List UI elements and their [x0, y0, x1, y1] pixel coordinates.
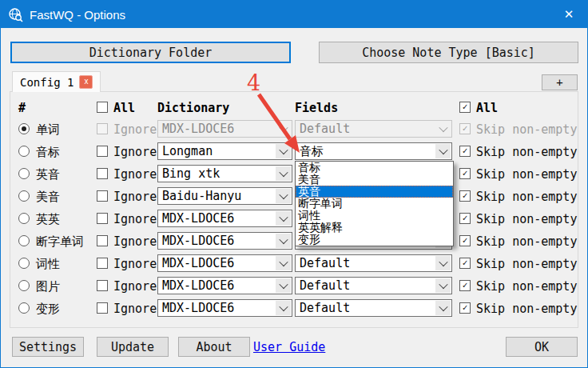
skip-checkbox[interactable]: ✓	[459, 235, 471, 246]
settings-button[interactable]: Settings	[12, 337, 84, 357]
dropdown-item-highlighted[interactable]: 英音	[296, 186, 453, 198]
dictionary-value: MDX-LDOCE6	[162, 234, 234, 248]
dictionary-select[interactable]: Baidu-Hanyu	[157, 187, 292, 205]
skip-label: Skip non-empty	[476, 234, 577, 249]
dictionary-value: Longman	[162, 144, 213, 158]
ignore-checkbox[interactable]	[97, 190, 108, 202]
tab-close-icon[interactable]: x	[79, 75, 93, 89]
dictionary-select[interactable]: MDX-LDOCE6	[157, 210, 292, 227]
field-value: Default	[300, 256, 350, 270]
row-label: 美音	[36, 190, 60, 205]
chevron-down-icon	[276, 234, 291, 248]
dictionary-select[interactable]: MDX-LDOCE6	[157, 254, 292, 272]
dictionary-select[interactable]: MDX-LDOCE6	[157, 277, 292, 294]
field-dropdown-list: 音标 美音 英音 断字单词 词性 英英解释 变形	[295, 161, 454, 246]
skip-checkbox[interactable]: ✓	[459, 302, 471, 314]
skip-checkbox[interactable]: ✓	[459, 168, 471, 179]
ignore-label: Ignore	[113, 234, 157, 249]
row-radio-image[interactable]	[18, 280, 30, 291]
update-button[interactable]: Update	[97, 337, 169, 357]
dictionary-value: MDX-LDOCE6	[162, 256, 234, 270]
row-radio-us-sound[interactable]	[18, 190, 30, 202]
row-label: 断字单词	[36, 234, 84, 250]
skip-checkbox[interactable]: ✓	[459, 190, 471, 202]
chevron-down-icon	[435, 278, 451, 293]
tab-config-1[interactable]: Config 1 x	[12, 71, 101, 92]
about-button[interactable]: About	[178, 337, 250, 357]
window-title: FastWQ - Options	[30, 8, 125, 22]
chevron-down-icon	[435, 122, 451, 136]
field-select[interactable]: Default	[295, 277, 452, 294]
title-bar: FastWQ - Options ✕	[1, 1, 587, 28]
skip-checkbox[interactable]: ✓	[459, 213, 471, 224]
skip-checkbox[interactable]: ✓	[459, 146, 471, 157]
row-label: 变形	[36, 302, 60, 317]
dictionary-select[interactable]: Longman	[157, 142, 292, 160]
row-radio-en-en[interactable]	[18, 213, 30, 224]
dictionary-value: MDX-LDOCE6	[162, 211, 234, 226]
dropdown-item[interactable]: 音标	[296, 162, 453, 174]
dictionary-value: Bing xtk	[162, 166, 220, 181]
skip-label: Skip non-empty	[476, 145, 577, 159]
dictionary-select[interactable]: Bing xtk	[157, 165, 292, 182]
field-select[interactable]: Default	[295, 299, 452, 317]
row-radio-word[interactable]	[18, 123, 30, 134]
dictionary-value: MDX-LDOCE6	[162, 278, 234, 293]
field-select-open[interactable]: 音标	[295, 142, 452, 160]
dropdown-item[interactable]: 词性	[296, 210, 453, 222]
chevron-down-icon	[276, 189, 291, 203]
skip-checkbox[interactable]: ✓	[459, 258, 471, 269]
field-value: Default	[300, 301, 350, 315]
add-config-tab-button[interactable]: +	[542, 74, 578, 90]
chevron-down-icon	[435, 256, 451, 270]
row-radio-inflection[interactable]	[18, 302, 30, 314]
ignore-label: Ignore	[113, 190, 157, 204]
column-header-all-right: All	[476, 101, 498, 115]
ignore-checkbox[interactable]	[97, 213, 108, 224]
field-value: Default	[300, 122, 350, 136]
skip-label: Skip non-empty	[476, 122, 577, 137]
skip-label: Skip non-empty	[476, 302, 577, 316]
row-label: 音标	[36, 145, 60, 160]
skip-label: Skip non-empty	[476, 279, 577, 294]
field-select[interactable]: Default	[295, 254, 452, 272]
ignore-checkbox[interactable]	[97, 235, 108, 246]
dropdown-item[interactable]: 英英解释	[296, 222, 453, 234]
options-dialog: FastWQ - Options ✕ Dictionary Folder Cho…	[0, 0, 588, 368]
ok-button[interactable]: OK	[506, 337, 578, 357]
row-radio-pos[interactable]	[18, 258, 30, 269]
field-value: 音标	[300, 144, 324, 159]
ignore-checkbox[interactable]	[97, 258, 108, 269]
dictionary-value: Baidu-Hanyu	[162, 189, 241, 203]
ignore-label: Ignore	[113, 167, 157, 182]
ignore-checkbox	[97, 123, 108, 134]
dictionary-select: MDX-LDOCE6	[157, 120, 292, 138]
ignore-checkbox[interactable]	[97, 302, 108, 314]
ignore-checkbox[interactable]	[97, 146, 108, 157]
ignore-checkbox[interactable]	[97, 168, 108, 179]
chevron-down-icon	[276, 144, 291, 158]
close-window-button[interactable]: ✕	[550, 1, 587, 28]
row-radio-uk-sound[interactable]	[18, 168, 30, 179]
skip-all-checkbox[interactable]: ✓	[459, 102, 471, 113]
column-header-dictionary: Dictionary	[157, 101, 229, 115]
choose-note-type-button[interactable]: Choose Note Type [Basic]	[319, 42, 578, 63]
chevron-down-icon	[276, 166, 291, 181]
user-guide-link[interactable]: User Guide	[253, 340, 325, 354]
dictionary-select[interactable]: MDX-LDOCE6	[157, 299, 292, 317]
row-radio-phonetic[interactable]	[18, 146, 30, 157]
skip-checkbox: ✓	[459, 123, 471, 134]
skip-label: Skip non-empty	[476, 212, 577, 226]
row-label: 英音	[36, 167, 60, 182]
chevron-down-icon	[435, 144, 451, 158]
dictionary-select[interactable]: MDX-LDOCE6	[157, 232, 292, 250]
dropdown-item[interactable]: 变形	[296, 234, 453, 246]
ignore-all-checkbox[interactable]	[97, 102, 108, 113]
ignore-checkbox[interactable]	[97, 280, 108, 291]
skip-checkbox[interactable]: ✓	[459, 280, 471, 291]
row-radio-hyphenation[interactable]	[18, 235, 30, 246]
dropdown-item[interactable]: 断字单词	[296, 198, 453, 210]
skip-label: Skip non-empty	[476, 257, 577, 271]
dropdown-item[interactable]: 美音	[296, 174, 453, 186]
dictionary-folder-button[interactable]: Dictionary Folder	[10, 42, 291, 63]
